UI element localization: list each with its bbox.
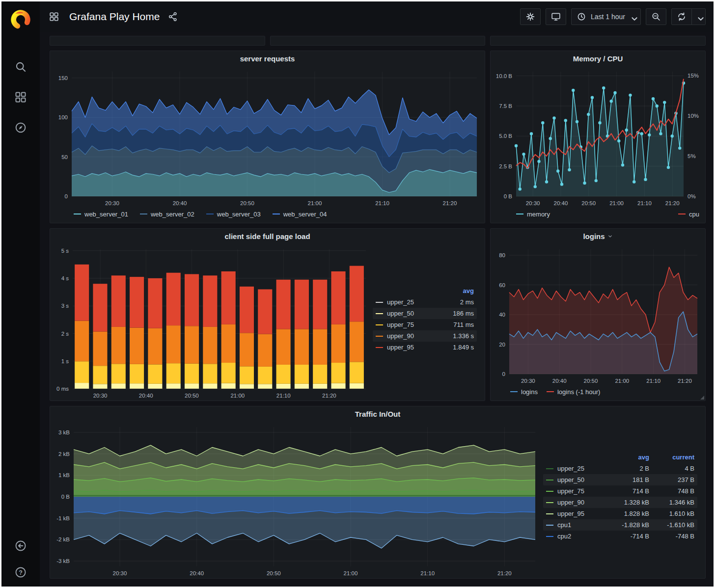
legend-sort-avg[interactable]: avg [604,454,649,461]
share-icon[interactable] [167,11,178,22]
legend-item-web-server-03[interactable]: web_server_03 [206,211,261,218]
panel-resize-handle[interactable] [700,396,704,400]
series-color-dash [510,391,518,392]
series-color-dash [516,214,523,214]
svg-text:21:10: 21:10 [420,570,435,576]
svg-text:3 kB: 3 kB [58,429,70,435]
legend-sort-current[interactable]: current [649,454,694,461]
refresh-icon [676,11,687,22]
svg-text:7.5 B: 7.5 B [499,103,512,109]
panel-title: logins [583,232,605,241]
legend-row-upper_95[interactable]: upper_951.849 s [373,342,477,353]
settings-button[interactable] [520,8,541,25]
svg-text:20:40: 20:40 [554,200,568,206]
panel-menu-client-load[interactable]: client side full page load [50,229,485,243]
panel-menu-memory-cpu[interactable]: Memory / CPU [491,51,705,66]
sidebar-nav [14,60,27,134]
legend-value: 1.828 kB [604,510,649,517]
legend-item-logins-1-hour-[interactable]: logins (-1 hour) [547,388,600,396]
legend-value: 237 B [649,476,694,483]
legend-item-web-server-01[interactable]: web_server_01 [74,211,128,218]
legend-row-upper_25[interactable]: upper_252 ms [373,296,477,308]
server-requests-chart[interactable]: 05010015020:3020:4020:5021:0021:1021:20 [50,66,485,208]
svg-text:20:50: 20:50 [584,378,598,384]
panel-title: client side full page load [224,232,310,241]
series-color-dash [376,336,383,337]
legend-label: upper_25 [387,298,414,306]
legend-value: 2 B [604,465,649,472]
sidebar: ? [1,1,40,587]
traffic-chart[interactable]: -3 kB-2 kB-1 kB0 B1 kB2 kB3 kB20:3020:40… [50,421,543,578]
refresh-interval-dropdown[interactable] [692,8,706,25]
svg-text:20:40: 20:40 [190,570,204,576]
panel-menu-logins[interactable]: logins [491,229,705,243]
refresh-button[interactable] [671,8,692,25]
legend-label: cpu2 [557,533,571,540]
legend-value: 1.346 kB [649,499,694,506]
server-requests-legend: web_server_01web_server_02web_server_03w… [50,208,485,223]
svg-text:20:30: 20:30 [113,570,127,576]
legend-label: upper_90 [387,332,414,340]
memory-cpu-chart[interactable]: 0 B2.5 B5.0 B7.5 B10.0 B0%5%10%15%20:302… [491,66,705,208]
exit-arrow-icon[interactable] [14,539,27,552]
legend-item-memory[interactable]: memory [516,211,550,218]
legend-label: web_server_01 [84,211,128,218]
svg-text:20: 20 [499,342,505,347]
legend-row-upper_75[interactable]: upper_75714 B748 B [543,485,697,497]
series-color-dash [546,525,553,526]
zoom-out-button[interactable] [646,8,666,25]
legend-value: 2 ms [433,298,474,306]
legend-value: 1.610 kB [649,510,694,517]
legend-label: upper_95 [387,344,414,351]
svg-text:21:20: 21:20 [497,570,512,576]
panel-menu-server-requests[interactable]: server requests [50,51,485,66]
main-column: Grafana Play Home [40,1,714,587]
legend-label: upper_75 [387,321,414,328]
grafana-app: ? Grafana Play Home [1,1,714,587]
client-load-chart[interactable]: 0 ms1 s2 s3 s4 s5 s20:3020:4020:5021:002… [50,243,373,401]
legend-row-upper_95[interactable]: upper_951.828 kB1.610 kB [543,508,697,519]
legend-row-upper_50[interactable]: upper_50181 B237 B [543,474,697,485]
legend-row-upper_50[interactable]: upper_50186 ms [373,308,477,319]
svg-text:2 kB: 2 kB [58,451,70,457]
legend-item-web-server-04[interactable]: web_server_04 [273,211,327,218]
refresh-group [671,8,706,25]
svg-text:80: 80 [499,252,505,258]
zoom-out-icon [651,11,661,22]
panel-menu-traffic[interactable]: Traffic In/Out [50,406,705,421]
explore-compass-icon[interactable] [14,121,27,134]
legend-row-upper_25[interactable]: upper_252 B4 B [543,463,697,474]
legend-item-web-server-02[interactable]: web_server_02 [140,211,194,218]
svg-text:2 s: 2 s [61,331,69,337]
chevron-down-icon [607,234,613,239]
legend-label: logins [521,388,538,396]
legend-label: cpu1 [557,521,571,529]
legend-label: logins (-1 hour) [557,388,600,396]
legend-row-cpu1[interactable]: cpu1-1.828 kB-1.610 kB [543,519,697,531]
legend-label: web_server_04 [283,211,327,218]
help-icon[interactable]: ? [14,566,27,579]
series-color-dash [376,324,383,325]
dashboard-picker-grid-icon[interactable] [49,11,59,22]
dashboards-grid-icon[interactable] [14,91,27,104]
dashboard-title[interactable]: Grafana Play Home [69,11,160,23]
legend-row-upper_90[interactable]: upper_901.336 s [373,330,477,342]
panel-traffic: Traffic In/Out -3 kB-2 kB-1 kB0 B1 kB2 k… [50,406,706,579]
legend-row-upper_90[interactable]: upper_901.328 kB1.346 kB [543,497,697,508]
logins-chart[interactable]: 02040608020:3020:4020:5021:0021:1021:20 [491,243,705,386]
svg-text:50: 50 [61,154,68,160]
legend-item-logins[interactable]: logins [510,388,538,396]
legend-row-upper_75[interactable]: upper_75711 ms [373,319,477,330]
search-icon[interactable] [14,60,27,73]
legend-value: -1.610 kB [649,521,694,529]
legend-sort-avg[interactable]: avg [433,287,474,294]
legend-item-cpu[interactable]: cpu [678,211,699,218]
time-range-picker[interactable]: Last 1 hour [571,8,641,25]
series-color-dash [273,214,280,214]
legend-value: 1.328 kB [604,499,649,506]
svg-text:20:30: 20:30 [105,200,119,206]
svg-text:60: 60 [499,282,505,288]
grafana-logo[interactable] [9,8,32,31]
tv-mode-button[interactable] [546,8,566,25]
legend-row-cpu2[interactable]: cpu2-714 B-748 B [543,531,697,542]
